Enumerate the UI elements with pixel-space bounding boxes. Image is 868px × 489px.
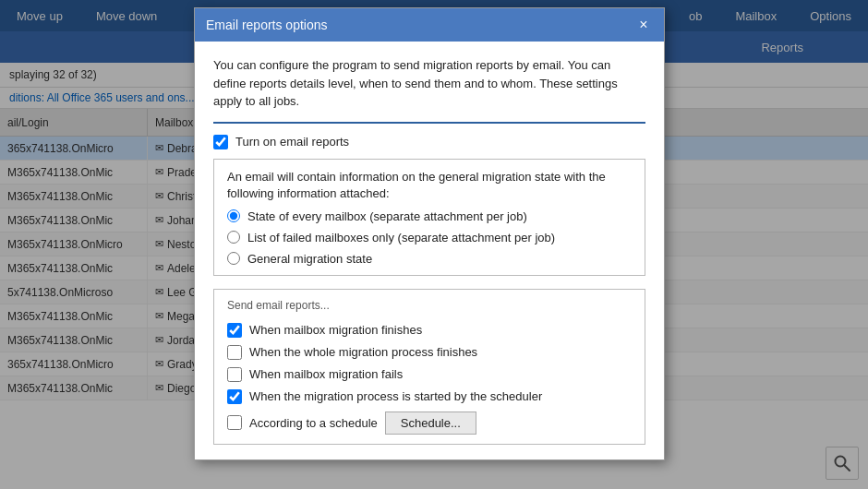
turn-on-checkbox[interactable] (213, 135, 228, 149)
dialog-titlebar: Email reports options × (195, 8, 664, 42)
turn-on-label[interactable]: Turn on email reports (213, 135, 645, 149)
send-option-2-label: When mailbox migration fails (249, 367, 403, 381)
radio-option-0[interactable]: State of every mailbox (separate attachm… (227, 209, 632, 223)
send-option-1-checkbox[interactable] (227, 345, 242, 360)
send-option-3-label: When the migration process is started by… (249, 389, 542, 403)
schedule-row: According to a schedule Schedule... (227, 411, 632, 435)
email-reports-dialog: Email reports options × You can configur… (194, 7, 665, 460)
send-option-0[interactable]: When mailbox migration finishes (227, 323, 632, 338)
send-option-1[interactable]: When the whole migration process finishe… (227, 345, 632, 360)
email-info-text: An email will contain information on the… (227, 169, 632, 202)
send-option-3-checkbox[interactable] (227, 389, 242, 404)
send-option-4-checkbox[interactable] (227, 415, 242, 430)
schedule-button[interactable]: Schedule... (385, 411, 476, 435)
dialog-description: You can configure the program to send mi… (213, 56, 645, 124)
send-option-4-label: According to a schedule (249, 416, 378, 430)
radio-option-1[interactable]: List of failed mailboxes only (separate … (227, 231, 632, 244)
send-option-1-label: When the whole migration process finishe… (249, 345, 477, 359)
radio-state-every-label: State of every mailbox (separate attachm… (247, 209, 527, 223)
radio-failed-only-label: List of failed mailboxes only (separate … (247, 231, 555, 244)
send-option-0-checkbox[interactable] (227, 323, 242, 338)
send-option-2-checkbox[interactable] (227, 367, 242, 382)
dialog-title: Email reports options (206, 18, 328, 32)
send-option-4[interactable]: According to a schedule (227, 415, 378, 430)
radio-failed-only[interactable] (227, 231, 240, 244)
send-section: Send email reports... When mailbox migra… (213, 287, 645, 445)
radio-state-every[interactable] (227, 209, 240, 222)
send-email-box: Send email reports... When mailbox migra… (213, 289, 645, 445)
radio-general-state[interactable] (227, 252, 240, 265)
send-option-2[interactable]: When mailbox migration fails (227, 367, 632, 382)
dialog-body: You can configure the program to send mi… (195, 42, 664, 459)
turn-on-section: Turn on email reports An email will cont… (213, 135, 645, 276)
radio-option-2[interactable]: General migration state (227, 252, 632, 266)
send-option-0-label: When mailbox migration finishes (249, 323, 422, 337)
dialog-close-button[interactable]: × (634, 16, 653, 34)
turn-on-text: Turn on email reports (235, 135, 349, 149)
send-option-3[interactable]: When the migration process is started by… (227, 389, 632, 404)
send-section-label: Send email reports... (227, 299, 632, 312)
radio-general-state-label: General migration state (247, 252, 372, 266)
radio-group-box: An email will contain information on the… (213, 159, 645, 276)
